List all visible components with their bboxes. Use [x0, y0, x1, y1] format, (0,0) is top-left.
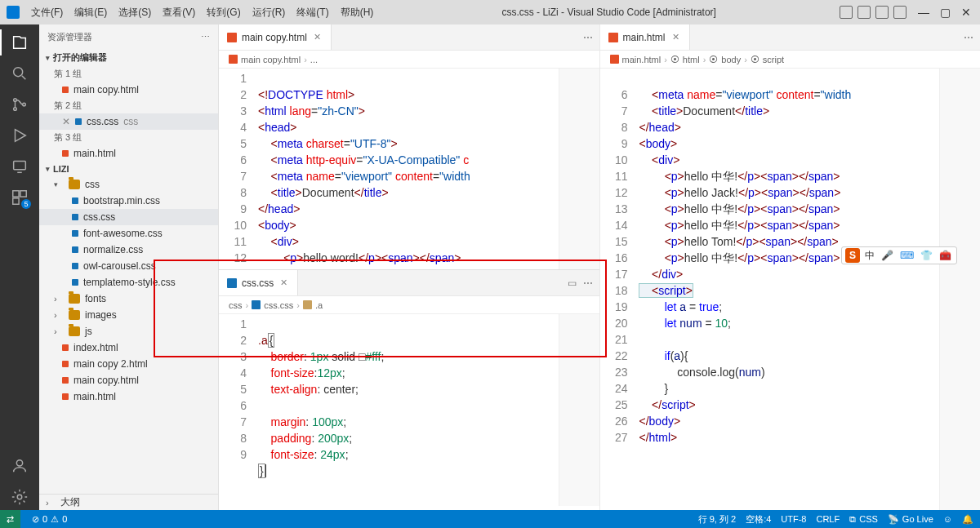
extensions-icon[interactable]: 5	[7, 184, 33, 211]
title-bar: 文件(F) 编辑(E) 选择(S) 查看(V) 转到(G) 运行(R) 终端(T…	[0, 0, 980, 24]
code-editor-main-html[interactable]: 6789101112131415161718192021222324252627…	[600, 69, 981, 510]
tab-css[interactable]: css.css✕	[219, 270, 298, 295]
code-editor-css[interactable]: 123456789 .a{ border: 1px solid □#fff; f…	[219, 314, 599, 506]
menu-terminal[interactable]: 终端(T)	[292, 2, 333, 23]
menu-edit[interactable]: 编辑(E)	[69, 2, 112, 23]
minimap[interactable]	[559, 69, 599, 269]
menu-goto[interactable]: 转到(G)	[202, 2, 245, 23]
folder-js[interactable]: js	[39, 323, 218, 339]
folder-images[interactable]: images	[39, 307, 218, 323]
editor-group-3: 第 3 组	[39, 130, 218, 145]
editor-group-right: main.html✕ ⋯ main.html›⦿ html›⦿ body›⦿ s…	[600, 24, 981, 510]
file-item[interactable]: main copy 2.html	[39, 356, 218, 372]
scm-icon[interactable]	[7, 91, 33, 118]
open-file[interactable]: main copy.html	[39, 82, 218, 98]
golive-button[interactable]: 📡 Go Live	[888, 514, 933, 525]
eol-indicator[interactable]: CRLF	[816, 514, 840, 524]
svg-point-9	[17, 495, 22, 499]
remote-icon[interactable]	[7, 153, 33, 180]
settings-icon[interactable]	[7, 484, 33, 510]
line-gutter: 6789101112131415161718192021222324252627	[600, 69, 636, 510]
menu-help[interactable]: 帮助(H)	[336, 2, 379, 23]
editor-group-1: 第 1 组	[39, 66, 218, 82]
breadcrumb[interactable]: main copy.html›...	[219, 51, 599, 69]
tab-main-html[interactable]: main.html✕	[600, 24, 690, 50]
keyboard-icon[interactable]: ⌨	[898, 250, 915, 261]
maximize-button[interactable]: ▢	[938, 5, 952, 20]
search-icon[interactable]	[7, 60, 33, 87]
close-button[interactable]: ✕	[959, 5, 973, 20]
workspace-root[interactable]: LIZI	[39, 162, 218, 176]
more-icon[interactable]: ⋯	[201, 32, 210, 42]
feedback-icon[interactable]: ☺	[943, 514, 952, 524]
close-icon[interactable]: ✕	[670, 32, 681, 42]
language-indicator[interactable]: ⧉ CSS	[849, 514, 878, 525]
svg-point-2	[14, 108, 17, 111]
encoding-indicator[interactable]: UTF-8	[781, 514, 806, 524]
tab-main-copy[interactable]: main copy.html✕	[219, 24, 332, 50]
more-icon[interactable]: ⋯	[964, 32, 973, 43]
open-editors-section[interactable]: 打开的编辑器	[39, 49, 218, 66]
folder-css[interactable]: css	[39, 176, 218, 193]
layout-icon[interactable]	[875, 6, 889, 19]
svg-point-8	[16, 460, 22, 466]
file-item[interactable]: bootstrap.min.css	[39, 193, 218, 209]
svg-rect-5	[13, 191, 19, 197]
file-item[interactable]: main.html	[39, 388, 218, 405]
minimap[interactable]	[559, 314, 599, 506]
minimap[interactable]	[939, 69, 980, 510]
close-icon[interactable]: ✕	[278, 277, 289, 288]
breadcrumb-css[interactable]: css›css.css›.a	[219, 296, 599, 314]
ime-lang[interactable]: 中	[863, 249, 876, 263]
file-item[interactable]: index.html	[39, 339, 218, 356]
close-icon[interactable]: ✕	[312, 32, 323, 42]
layout-icon[interactable]	[840, 6, 853, 19]
folder-fonts[interactable]: fonts	[39, 291, 218, 307]
file-item[interactable]: normalize.css	[39, 242, 218, 258]
remote-indicator[interactable]: ⇄	[0, 510, 20, 528]
menu-select[interactable]: 选择(S)	[114, 2, 156, 23]
open-file[interactable]: main.html	[39, 145, 218, 162]
status-bar: ⇄ ⊘ 0 ⚠ 0 行 9, 列 2 空格:4 UTF-8 CRLF ⧉ CSS…	[0, 510, 980, 528]
outline-section[interactable]: 大纲	[39, 494, 218, 510]
layout-controls	[840, 6, 906, 19]
menu-view[interactable]: 查看(V)	[158, 2, 200, 23]
svg-point-0	[14, 68, 23, 77]
file-item[interactable]: css.css	[39, 209, 218, 225]
editor-nested-css: css.css✕ ▭⋯ css›css.css›.a 123456789 .a{…	[219, 269, 599, 506]
vscode-icon	[7, 6, 20, 19]
more-icon[interactable]: ⋯	[583, 32, 593, 43]
svg-rect-4	[14, 162, 26, 170]
problems-indicator[interactable]: ⊘ 0 ⚠ 0	[32, 514, 67, 525]
file-item[interactable]: font-awesome.css	[39, 225, 218, 242]
explorer-icon[interactable]	[7, 29, 33, 55]
line-gutter: 12345678910111213	[219, 69, 255, 269]
menu-file[interactable]: 文件(F)	[26, 2, 68, 23]
file-item[interactable]: main copy.html	[39, 372, 218, 388]
ime-toolbar[interactable]: S 中 🎤 ⌨ 👕 🧰	[841, 246, 957, 264]
layout-icon[interactable]	[893, 6, 906, 19]
sogou-icon[interactable]: S	[845, 248, 860, 263]
mic-icon[interactable]: 🎤	[880, 250, 895, 261]
run-debug-icon[interactable]	[7, 122, 33, 149]
skin-icon[interactable]: 👕	[919, 250, 934, 261]
file-item[interactable]: owl-carousel.css	[39, 258, 218, 274]
indent-indicator[interactable]: 空格:4	[746, 513, 771, 526]
cursor-position[interactable]: 行 9, 列 2	[698, 513, 736, 526]
file-item[interactable]: templatemo-style.css	[39, 274, 218, 291]
menu-run[interactable]: 运行(R)	[247, 2, 291, 23]
code-editor-html[interactable]: 12345678910111213 <!DOCTYPE html> <html …	[219, 69, 599, 269]
editor-group-2: 第 2 组	[39, 98, 218, 113]
tabs-row-right: main.html✕ ⋯	[600, 24, 981, 51]
layout-icon[interactable]	[858, 6, 871, 19]
window-controls: — ▢ ✕	[916, 5, 973, 20]
split-icon[interactable]: ▭	[568, 277, 577, 289]
account-icon[interactable]	[7, 453, 33, 479]
minimize-button[interactable]: —	[916, 5, 931, 20]
more-icon[interactable]: ⋯	[583, 277, 593, 289]
bell-icon[interactable]: 🔔	[962, 514, 973, 525]
breadcrumb-right[interactable]: main.html›⦿ html›⦿ body›⦿ script	[600, 51, 981, 69]
open-file[interactable]: ✕css.css css	[39, 113, 218, 130]
line-gutter: 123456789	[219, 314, 255, 506]
toolbox-icon[interactable]: 🧰	[938, 250, 953, 261]
